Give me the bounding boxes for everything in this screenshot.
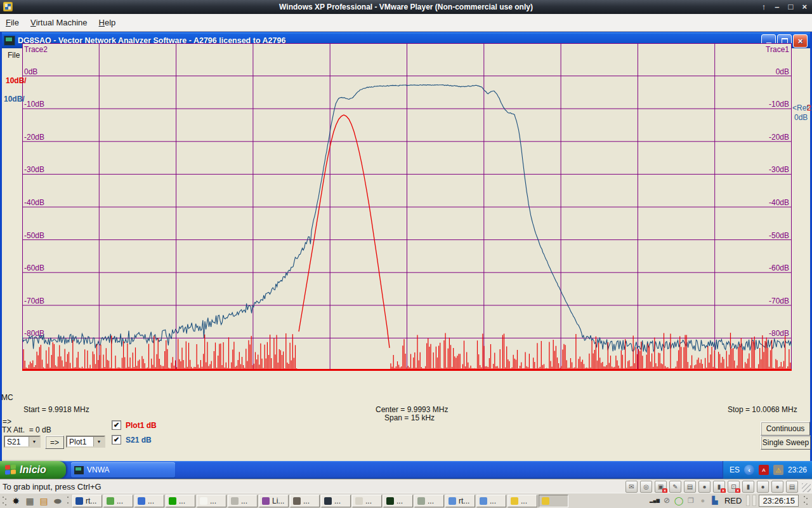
task-browser-icon xyxy=(138,497,145,505)
plot-select-dropdown-arrow-icon[interactable]: ▼ xyxy=(93,437,104,446)
trace-canvas xyxy=(22,43,792,371)
sweep-plot[interactable]: 0dB0dB-10dB-10dB-20dB-20dB-30dB-30dB-40d… xyxy=(22,43,792,371)
vmware-menu-virtual-machine[interactable]: Virtual Machine xyxy=(25,14,93,31)
vmware-resize-grip-icon[interactable] xyxy=(802,483,811,492)
task-terminal-green-label: ... xyxy=(396,497,403,505)
task-gray-app-icon xyxy=(231,497,239,505)
vmware-fullscreen-button[interactable]: ↑ xyxy=(762,0,766,14)
vmware-window-title: Windows XP Professional - VMware Player … xyxy=(0,3,812,11)
task-folder-rt-icon xyxy=(449,497,456,505)
s-parameter-select[interactable]: S21 ▼ xyxy=(4,436,41,448)
task-image-viewer-label: ... xyxy=(117,497,123,505)
host-resize-grip-icon[interactable] xyxy=(803,495,808,506)
tx-attenuation-label: TX Att. = 0 dB xyxy=(2,425,51,434)
vmware-minimize-button[interactable]: – xyxy=(775,0,779,14)
network-ok-icon[interactable]: ◯ xyxy=(674,495,684,505)
hide-tray-icons-button[interactable]: ‹ xyxy=(744,465,754,475)
vmware-tools-warning-icon[interactable]: ⚠ xyxy=(773,465,783,475)
xp-clock[interactable]: 23:26 xyxy=(788,465,807,474)
vmware-close-button[interactable]: × xyxy=(802,0,807,14)
task-bird-app-icon xyxy=(324,497,332,505)
task-bird-app[interactable]: ... xyxy=(321,495,351,507)
display-device-icon[interactable]: ⊡× xyxy=(728,481,740,493)
task-vmware-active[interactable] xyxy=(539,495,568,507)
mail-device-icon[interactable]: ✉ xyxy=(625,481,638,493)
task-browser-label: ... xyxy=(148,497,154,505)
continuous-sweep-button[interactable]: Continuous xyxy=(761,422,810,436)
task-terminal-green[interactable]: ... xyxy=(383,495,413,507)
network-name-label: RED xyxy=(724,496,742,505)
task-pidgin[interactable]: Li... xyxy=(259,495,289,507)
task-gimp[interactable]: ... xyxy=(290,495,320,507)
task-browser[interactable]: ... xyxy=(134,495,164,507)
device1-icon[interactable]: ● xyxy=(757,481,769,493)
language-indicator[interactable]: ES xyxy=(730,465,740,474)
window-manager-icon[interactable]: ✸ xyxy=(10,495,22,507)
task-gimp-label: ... xyxy=(303,497,310,505)
vnwa-close-button[interactable]: × xyxy=(793,34,808,48)
vmware-menu-help[interactable]: Help xyxy=(93,14,122,31)
task-java-app-icon xyxy=(355,497,363,505)
task-bird-app-label: ... xyxy=(334,497,341,505)
s21-checkbox-label: S21 dB xyxy=(126,436,152,444)
stop-frequency-label: Stop = 10.0068 MHz xyxy=(728,405,797,414)
vmware-titlebar[interactable]: Windows XP Professional - VMware Player … xyxy=(0,0,812,14)
task-folder[interactable]: ... xyxy=(476,495,506,507)
sound-device-icon[interactable]: ● xyxy=(698,481,710,493)
task-terminal-green-icon xyxy=(386,497,394,505)
task-pidgin-label: Li... xyxy=(272,497,284,505)
sysmonitor-icon[interactable]: ▙ xyxy=(710,495,720,505)
vmware-statusbar: To grab input, press Ctrl+G ✉◎▣×✎▤●▮×⊡×▮… xyxy=(0,479,812,493)
taskbar-task-vnwa[interactable]: VNWA xyxy=(71,462,175,478)
task-vmware-active-icon xyxy=(542,497,549,505)
chat-blocked-icon[interactable]: ⊘ xyxy=(662,495,672,505)
task-image-viewer[interactable]: ... xyxy=(103,495,133,507)
s21-checkbox-row: ✔ S21 dB xyxy=(112,435,152,444)
device2-icon[interactable]: ● xyxy=(771,481,783,493)
vnwa-task-icon xyxy=(74,466,84,474)
s-parameter-dropdown-arrow-icon[interactable]: ▼ xyxy=(29,437,39,446)
plot1-checkbox[interactable]: ✔ xyxy=(112,420,121,430)
ref2-marker-label: 2 xyxy=(807,104,811,112)
pdf-tray-icon[interactable]: A xyxy=(759,465,769,475)
workspace-icon[interactable]: ⬬ xyxy=(51,495,64,507)
vnwa-app-icon xyxy=(4,36,15,46)
plot-select[interactable]: Plot1 ▼ xyxy=(66,436,105,448)
file-drawer-icon[interactable]: ▤ xyxy=(37,495,50,507)
task-calc[interactable]: ... xyxy=(166,495,195,507)
task-writer[interactable]: ... xyxy=(197,495,226,507)
task-terminal-gray-label: ... xyxy=(428,497,434,505)
vmware-menu-file[interactable]: File xyxy=(0,14,25,31)
task-rtorrent-label: rt... xyxy=(86,497,96,505)
task-folder-rt[interactable]: rt... xyxy=(445,495,475,507)
panel-grip-icon[interactable] xyxy=(2,495,7,507)
usb1-device-icon[interactable]: ▮× xyxy=(713,481,725,493)
plot-select-value: Plot1 xyxy=(67,438,93,446)
start-button[interactable]: Inicio xyxy=(0,461,66,479)
host-clock[interactable]: 23:26:15 xyxy=(759,495,799,507)
network-signal-icon[interactable]: ▂▄▆ xyxy=(650,495,660,505)
screenshot-icon[interactable]: ❐ xyxy=(686,495,696,505)
s-parameter-value: S21 xyxy=(5,438,29,446)
printer-device-icon[interactable]: ▤ xyxy=(684,481,696,493)
desktop-grid-icon[interactable]: ▦ xyxy=(23,495,36,507)
task-java-app[interactable]: ... xyxy=(352,495,382,507)
single-sweep-button[interactable]: Single Sweep xyxy=(761,436,811,450)
xp-taskbar: Inicio VNWA ES ‹ A ⚠ 23:26 xyxy=(0,461,812,479)
usb2-device-icon[interactable]: ▮ xyxy=(742,481,754,493)
task-rtorrent[interactable]: rt... xyxy=(72,495,102,507)
task-gray-app[interactable]: ... xyxy=(228,495,258,507)
cdrom-device-icon[interactable]: ◎ xyxy=(640,481,652,493)
vmware-maximize-button[interactable]: □ xyxy=(789,0,794,14)
floppy-device-icon[interactable]: ▣× xyxy=(655,481,667,493)
task-terminal-gray[interactable]: ... xyxy=(414,495,444,507)
s21-checkbox[interactable]: ✔ xyxy=(112,435,121,444)
task-vmware[interactable]: ... xyxy=(508,495,537,507)
xp-system-tray: ES ‹ A ⚠ 23:26 xyxy=(723,461,812,479)
tools-device-icon[interactable]: ✎ xyxy=(669,481,681,493)
volume-icon[interactable]: ● xyxy=(698,495,708,505)
notes-device-icon[interactable]: ▤ xyxy=(786,481,798,493)
task-writer-label: ... xyxy=(210,497,216,505)
trace2-scale-label: 10dB/ xyxy=(6,76,27,85)
map-trace-button[interactable]: => xyxy=(45,436,64,449)
